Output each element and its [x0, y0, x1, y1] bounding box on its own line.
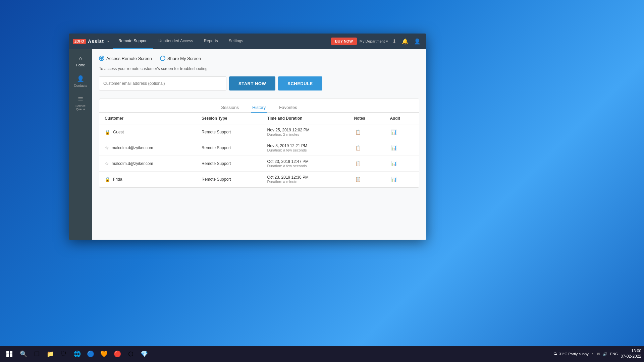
session-type-1: Remote Support — [196, 140, 262, 156]
nav-unattended-access[interactable]: Unattended Access — [153, 34, 198, 49]
notification-icon[interactable]: 🔔 — [400, 37, 410, 46]
tab-sessions[interactable]: Sessions — [220, 103, 240, 113]
taskbar-clock[interactable]: 13:00 07-02-2022 — [621, 349, 641, 359]
app-window: ZOHO Assist ▾ Remote Support Unattended … — [69, 34, 426, 240]
time-secondary-3: Duration: a minute — [267, 180, 343, 184]
col-customer: Customer — [99, 113, 196, 124]
time-primary-3: Oct 23, 2019 12:36 PM — [267, 175, 343, 180]
taskbar-app1[interactable]: 🔴 — [111, 348, 123, 360]
audit-icon-2[interactable]: 📊 — [391, 161, 397, 166]
audit-icon-0[interactable]: 📊 — [391, 129, 397, 135]
taskbar-volume-icon[interactable]: 🔊 — [603, 352, 607, 356]
history-table: Customer Session Type Time and Duration … — [99, 113, 419, 187]
taskbar-search[interactable]: 🔍 — [17, 348, 30, 360]
radio-access-label: Access Remote Screen — [106, 56, 152, 61]
sidebar-item-home[interactable]: ⌂ Home — [70, 52, 91, 70]
sidebar-home-label: Home — [76, 63, 85, 67]
nav-items: Remote Support Unattended Access Reports… — [113, 34, 249, 49]
history-tabs: Sessions History Favorites — [99, 99, 419, 113]
schedule-button[interactable]: SCHEDULE — [278, 76, 322, 90]
taskbar-network-icon: 🖥 — [596, 352, 600, 356]
svg-rect-3 — [10, 354, 12, 357]
home-icon: ⌂ — [79, 55, 83, 62]
taskbar-opera[interactable]: 🧡 — [98, 348, 110, 360]
customer-lock-icon-0: 🔒 — [105, 129, 110, 135]
customer-name-1: malcolm.d@zyiker.com — [112, 145, 153, 150]
radio-share-screen[interactable]: Share My Screen — [160, 56, 201, 61]
app-dropdown-arrow[interactable]: ▾ — [107, 40, 109, 43]
notes-icon-2[interactable]: 📋 — [355, 161, 361, 166]
radio-share-circle — [160, 56, 165, 61]
table-row: ☆ malcolm.d@zyiker.com Remote Support Oc… — [99, 156, 419, 172]
notes-icon-1[interactable]: 📋 — [355, 145, 361, 150]
taskbar-edge[interactable]: 🌐 — [71, 348, 83, 360]
customer-cell-2: ☆ malcolm.d@zyiker.com — [105, 161, 191, 166]
department-selector[interactable]: My Department ▾ — [360, 39, 388, 44]
customer-name-3: Frida — [113, 177, 122, 182]
sidebar-queue-label: Service Queue — [72, 104, 89, 111]
nav-settings[interactable]: Settings — [223, 34, 249, 49]
col-notes: Notes — [348, 113, 384, 124]
download-icon[interactable]: ⬇ — [391, 37, 398, 46]
session-type-2: Remote Support — [196, 156, 262, 172]
time-secondary-2: Duration: a few seconds — [267, 164, 343, 168]
taskbar: 🔍 ❑ 📁 🛡 🌐 🔵 🧡 🔴 ⬡ 💎 🌤 31°C Partly sunny … — [0, 346, 644, 362]
session-type-0: Remote Support — [196, 124, 262, 140]
taskbar-weather-text: 31°C Partly sunny — [559, 352, 589, 356]
user-icon[interactable]: 👤 — [413, 37, 422, 46]
sidebar-item-contacts[interactable]: 👤 Contacts — [70, 72, 91, 91]
email-input[interactable] — [99, 76, 226, 90]
session-type-3: Remote Support — [196, 172, 262, 187]
queue-icon: ☰ — [78, 96, 83, 103]
taskbar-task-view[interactable]: ❑ — [31, 348, 43, 360]
app-header: ZOHO Assist ▾ Remote Support Unattended … — [69, 34, 426, 49]
customer-cell-0: 🔒 Guest — [105, 129, 191, 135]
time-primary-0: Nov 25, 2019 12:02 PM — [267, 128, 343, 132]
start-button[interactable] — [3, 347, 16, 361]
contacts-icon: 👤 — [77, 75, 84, 82]
table-row: 🔒 Guest Remote Support Nov 25, 2019 12:0… — [99, 124, 419, 140]
svg-rect-0 — [6, 351, 9, 354]
taskbar-date: 07-02-2022 — [621, 354, 641, 359]
time-secondary-1: Duration: a few seconds — [267, 148, 343, 152]
taskbar-firefox[interactable]: 🔵 — [85, 348, 97, 360]
buy-now-button[interactable]: BUY NOW — [331, 38, 357, 45]
svg-rect-2 — [6, 354, 9, 357]
customer-star-icon-2: ☆ — [105, 161, 109, 166]
time-secondary-0: Duration: 2 minutes — [267, 132, 343, 136]
notes-icon-0[interactable]: 📋 — [355, 129, 361, 135]
taskbar-security[interactable]: 🛡 — [58, 348, 70, 360]
dept-arrow-icon: ▾ — [386, 39, 388, 44]
taskbar-lang: ENG — [610, 352, 618, 356]
taskbar-file-explorer[interactable]: 📁 — [44, 348, 56, 360]
taskbar-right: 🌤 31°C Partly sunny ∧ 🖥 🔊 ENG 13:00 07-0… — [553, 349, 641, 359]
nav-reports[interactable]: Reports — [199, 34, 223, 49]
customer-lock-icon-3: 🔒 — [105, 177, 110, 182]
table-row: ☆ malcolm.d@zyiker.com Remote Support No… — [99, 140, 419, 156]
taskbar-app2[interactable]: ⬡ — [125, 348, 137, 360]
audit-icon-1[interactable]: 📊 — [391, 145, 397, 150]
sidebar: ⌂ Home 👤 Contacts ☰ Service Queue — [69, 49, 92, 240]
radio-access-circle — [99, 56, 104, 61]
tab-history[interactable]: History — [251, 103, 267, 113]
taskbar-time: 13:00 — [621, 349, 641, 354]
sidebar-item-service-queue[interactable]: ☰ Service Queue — [70, 92, 91, 114]
notes-icon-3[interactable]: 📋 — [355, 177, 361, 182]
taskbar-upward-arrow[interactable]: ∧ — [591, 352, 594, 356]
taskbar-weather-icon: 🌤 — [553, 352, 557, 356]
taskbar-app3[interactable]: 💎 — [138, 348, 150, 360]
zoho-logo: ZOHO — [73, 39, 86, 44]
tab-favorites[interactable]: Favorites — [278, 103, 298, 113]
nav-remote-support[interactable]: Remote Support — [113, 34, 153, 49]
audit-icon-3[interactable]: 📊 — [391, 177, 397, 182]
customer-name-2: malcolm.d@zyiker.com — [112, 161, 153, 166]
main-content: Access Remote Screen Share My Screen To … — [92, 49, 426, 240]
app-title: Assist — [88, 39, 104, 44]
sidebar-contacts-label: Contacts — [74, 84, 87, 87]
radio-share-label: Share My Screen — [167, 56, 201, 61]
time-primary-1: Nov 8, 2019 12:21 PM — [267, 143, 343, 148]
customer-cell-3: 🔒 Frida — [105, 177, 191, 182]
app-body: ⌂ Home 👤 Contacts ☰ Service Queue Access… — [69, 49, 426, 240]
start-now-button[interactable]: START NOW — [229, 76, 275, 90]
radio-access-remote[interactable]: Access Remote Screen — [99, 56, 152, 61]
